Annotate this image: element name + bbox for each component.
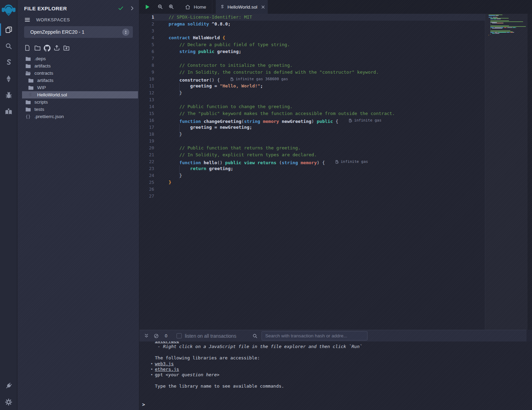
code-line-21: // In Solidity, explicit return types ar… (169, 151, 485, 158)
code-line-17: greeting = newGreeting; (169, 124, 485, 131)
line-number: 18 (139, 131, 154, 138)
sidebar-icon-debugger[interactable] (0, 88, 17, 102)
tab-label: HelloWorld.sol (227, 4, 257, 10)
tree-item--deps[interactable]: .deps (18, 55, 139, 62)
minimap[interactable] (489, 14, 527, 37)
bullet: • (150, 361, 153, 367)
folder-open-icon (25, 71, 31, 76)
new-file-icon[interactable] (24, 44, 31, 52)
folder-icon (25, 99, 31, 105)
line-number: 1 (139, 14, 154, 21)
upload-folder-icon[interactable] (63, 44, 70, 52)
tree-item-helloworld-sol[interactable]: HelloWorld.sol (22, 91, 138, 98)
expand-terminal-icon[interactable] (144, 333, 149, 338)
code-line-1: // SPDX-License-Identifier: MIT (169, 14, 485, 21)
new-folder-icon[interactable] (34, 44, 41, 52)
workspace-updown-icon[interactable] (122, 29, 129, 36)
folder-icon (25, 107, 31, 112)
tree-item-scripts[interactable]: scripts (18, 98, 139, 106)
terminal-search-input[interactable] (262, 331, 368, 340)
sidebar-icon-search[interactable] (0, 39, 17, 53)
line-number: 21 (139, 151, 154, 158)
tree-item-label: artifacts (37, 78, 53, 83)
editor-scrollbar[interactable] (528, 14, 532, 330)
remix-logo[interactable] (1, 2, 16, 17)
clone-github-icon[interactable] (43, 44, 51, 52)
workspace-selector[interactable]: OpenZeppelin ERC20 - 1 (24, 26, 133, 38)
code-line-14: // Public function to change the greetin… (169, 103, 485, 110)
terminal-panel: 0 listen on all transactions interface- … (139, 330, 532, 410)
terminal-prompt[interactable]: > (142, 402, 145, 407)
vertical-icon-bar (0, 0, 17, 410)
tree-item-wip[interactable]: WIP (18, 84, 139, 91)
code-line-6: string public greeting; (169, 48, 485, 55)
line-number-gutter: 1234567891011121314151617181920212223242… (139, 14, 159, 200)
chevron-right-icon[interactable] (129, 6, 135, 11)
tree-item-label: scripts (34, 99, 48, 105)
tree-item-label: .prettierrc.json (34, 114, 64, 119)
code-line-25: } (169, 179, 485, 186)
tab-label: Home (194, 4, 206, 10)
code-line-18: } (169, 131, 485, 138)
line-number: 3 (139, 28, 154, 34)
code-area: // SPDX-License-Identifier: MITpragma so… (139, 14, 485, 330)
ethereum-icon (5, 75, 12, 83)
line-number: 26 (139, 186, 154, 193)
run-script-button[interactable] (144, 4, 150, 10)
check-icon[interactable] (118, 5, 124, 11)
terminal-line (155, 350, 532, 355)
tab-helloworld-sol[interactable]: HelloWorld.sol (216, 0, 268, 14)
terminal-header-gap (526, 330, 532, 341)
tree-item-artifacts[interactable]: artifacts (18, 62, 139, 70)
code-line-9: // In Solidity, the constructor is defin… (169, 69, 485, 76)
code-line-26 (169, 186, 485, 193)
line-number: 22 (139, 158, 154, 165)
workspace-name: OpenZeppelin ERC20 - 1 (30, 29, 122, 35)
line-number: 17 (139, 124, 154, 131)
tree-item--prettierrc-json[interactable]: .prettierrc.json (18, 113, 139, 120)
terminal-line: Type the library name to see available c… (155, 383, 532, 389)
sidebar-icon-solidity-compiler[interactable] (0, 55, 17, 69)
terminal-output[interactable]: interface- Right click on a JavaScript f… (139, 341, 532, 410)
line-number: 10 (139, 76, 154, 83)
terminal-link[interactable]: ethers.js (155, 367, 179, 372)
zoom-in-icon[interactable] (168, 4, 174, 10)
tree-item-contracts[interactable]: contracts (18, 70, 139, 77)
line-number: 8 (139, 62, 154, 69)
sidebar-icon-settings[interactable] (0, 395, 17, 409)
line-number: 25 (139, 179, 154, 186)
solidity-file-icon (220, 4, 225, 10)
listen-transactions-checkbox[interactable] (177, 333, 182, 338)
code-editor[interactable]: // SPDX-License-Identifier: MITpragma so… (139, 14, 532, 330)
tree-item-artifacts[interactable]: artifacts (18, 77, 139, 84)
sidebar-icon-plugin-manager[interactable] (0, 379, 17, 392)
tree-item-tests[interactable]: tests (18, 106, 139, 113)
solidity-file-icon (28, 92, 34, 97)
sidebar-icon-file-explorer[interactable] (0, 23, 17, 36)
tab-home[interactable]: Home (179, 0, 212, 14)
terminal-link[interactable]: web3.js (155, 361, 174, 366)
folder-icon (25, 56, 31, 61)
code-line-2: pragma solidity ^0.8.0; (169, 21, 485, 28)
close-icon[interactable] (261, 5, 265, 9)
line-number: 27 (139, 193, 154, 200)
folder-icon (28, 78, 34, 83)
listen-transactions-label: listen on all transactions (185, 333, 236, 339)
sidebar-icon-learneth[interactable] (0, 105, 17, 118)
code-line-23: return greeting; (169, 165, 485, 172)
minimap-strip[interactable] (485, 14, 528, 330)
tree-item-label: WIP (37, 85, 46, 90)
tree-item-label: .deps (34, 56, 46, 61)
clear-console-icon[interactable] (153, 333, 159, 339)
code-line-3 (169, 28, 485, 34)
zoom-out-icon[interactable] (157, 4, 163, 10)
workspaces-menu-icon[interactable] (24, 17, 31, 23)
code-line-5: // Declare a public field of type string… (169, 41, 485, 48)
sidebar-icon-deploy-run[interactable] (0, 72, 17, 86)
plug-icon (5, 382, 13, 390)
line-number: 12 (139, 90, 154, 96)
terminal-line (155, 378, 532, 383)
code-line-7 (169, 55, 485, 62)
transaction-count: 0 (165, 333, 167, 338)
upload-file-icon[interactable] (53, 44, 60, 52)
